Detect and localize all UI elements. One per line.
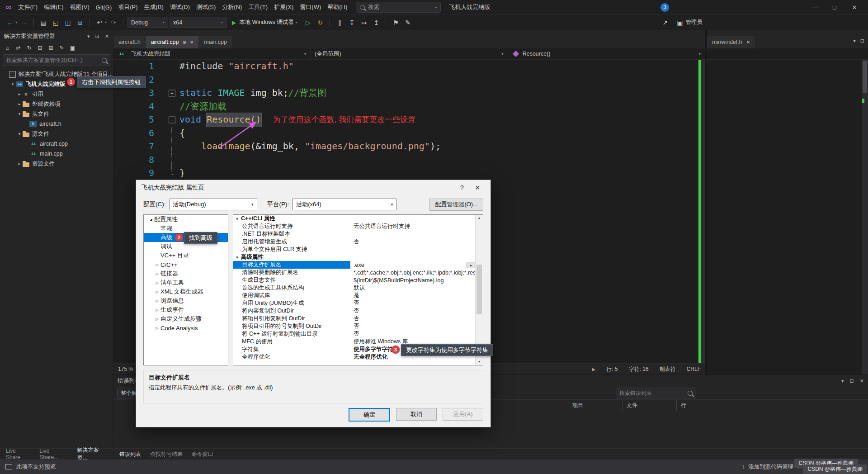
error-list-search-input[interactable]: 搜索错误列表 bbox=[616, 388, 696, 398]
admin-button[interactable]: ▣ 管理员 bbox=[677, 17, 703, 28]
close-button[interactable]: ✕ bbox=[844, 0, 864, 14]
ok-button[interactable]: 确定 bbox=[349, 408, 390, 422]
whitespace-indicator[interactable]: 制表符 bbox=[660, 365, 676, 373]
break-all-icon[interactable]: ∥ bbox=[334, 17, 345, 28]
cancel-button[interactable]: 取消 bbox=[396, 408, 437, 421]
breadcrumb-segment[interactable]: Resource()▾ bbox=[508, 48, 705, 59]
dock-tab[interactable]: Live Share... bbox=[35, 449, 72, 460]
property-group-header[interactable]: ▾C++/CLI 属性 bbox=[233, 215, 476, 223]
menu-item[interactable]: 测试(S) bbox=[193, 0, 219, 14]
fold-marker[interactable] bbox=[156, 86, 179, 100]
menu-item[interactable]: 视图(V) bbox=[67, 0, 93, 14]
back-icon[interactable]: ← bbox=[5, 17, 15, 28]
tree-item[interactable]: ▸≡引用 bbox=[0, 89, 113, 99]
help-button[interactable]: ? bbox=[454, 184, 470, 191]
minimize-button[interactable]: — bbox=[805, 0, 825, 14]
menu-item[interactable]: 帮助(H) bbox=[324, 0, 350, 14]
dialog-tree-item[interactable]: ▷浏览信息 bbox=[144, 296, 228, 305]
hot-reload-icon[interactable]: ↻ bbox=[315, 17, 326, 28]
tree-expander[interactable]: ▷ bbox=[154, 308, 160, 312]
property-row[interactable]: 将项目引用复制到 OutDir否 bbox=[233, 315, 476, 322]
property-row[interactable]: 生成日志文件$(IntDir)$(MSBuildProjectName).log bbox=[233, 276, 476, 284]
fold-marker[interactable] bbox=[156, 113, 179, 127]
notifications-badge[interactable]: 3 bbox=[660, 3, 669, 12]
configuration-select[interactable]: 活动(Debug) ▾ bbox=[170, 199, 257, 210]
tree-expander[interactable]: ▷ bbox=[154, 299, 160, 303]
editor-tab-minwindef[interactable]: minwindef.h ✕ bbox=[707, 36, 755, 48]
tree-expander[interactable]: ▷ bbox=[154, 263, 160, 267]
share-icon[interactable]: ↗ bbox=[660, 17, 670, 28]
dialog-tree-item[interactable]: ▷Code Analysis bbox=[144, 323, 228, 332]
dock-tab[interactable]: Live Share bbox=[2, 449, 34, 460]
dialog-tree-item[interactable]: ▷C/C++ bbox=[144, 260, 228, 269]
dialog-tree-item[interactable]: ▷生成事件 bbox=[144, 305, 228, 314]
pin-icon[interactable]: ⊕ bbox=[182, 40, 186, 45]
scroll-down-icon[interactable]: ▾ bbox=[476, 359, 483, 365]
column-indicator[interactable]: 字符: 16 bbox=[629, 365, 649, 373]
chevron-down-icon[interactable]: ▾ bbox=[853, 38, 856, 44]
menu-item[interactable]: 扩展(X) bbox=[271, 0, 297, 14]
tree-expander[interactable]: ▷ bbox=[154, 281, 160, 285]
tree-item[interactable]: ▸外部依赖项 bbox=[0, 99, 113, 109]
chevron-down-icon[interactable]: ▾ bbox=[841, 378, 844, 384]
scrollbar-thumb[interactable] bbox=[476, 265, 482, 314]
tree-item[interactable]: haircraft.h bbox=[0, 119, 113, 129]
configuration-manager-button[interactable]: 配置管理器(O)... bbox=[429, 199, 483, 211]
editor-tab[interactable]: main.cpp bbox=[199, 36, 232, 48]
preview-selected-icon[interactable]: ▣ bbox=[68, 43, 77, 52]
column-header[interactable]: 行 bbox=[676, 400, 734, 411]
property-row[interactable]: .NET 目标框架版本 bbox=[233, 230, 476, 238]
scrollbar-thumb[interactable] bbox=[863, 61, 867, 93]
forward-icon[interactable]: → bbox=[19, 17, 29, 28]
save-all-icon[interactable]: ⊞ bbox=[75, 17, 85, 28]
property-row[interactable]: 为单个文件启用 CLR 支持 bbox=[233, 246, 476, 253]
bookmark-icon[interactable]: ⚑ bbox=[390, 17, 401, 28]
tree-expander[interactable]: ◢ bbox=[147, 218, 154, 222]
menu-item[interactable]: 编辑(E) bbox=[41, 0, 66, 14]
switch-views-icon[interactable]: ⇄ bbox=[14, 43, 23, 52]
split-window-icon[interactable]: ⊡ bbox=[860, 38, 864, 44]
close-icon[interactable]: ✕ bbox=[860, 378, 864, 384]
property-row[interactable]: 将内容复制到 OutDir否 bbox=[233, 307, 476, 315]
dialog-tree-item[interactable]: VC++ 目录 bbox=[144, 251, 228, 260]
close-icon[interactable]: ✕ bbox=[190, 40, 193, 45]
properties-icon[interactable]: ✎ bbox=[57, 43, 66, 52]
property-group-header[interactable]: ▾高级属性 bbox=[233, 253, 476, 261]
editor-scrollbar[interactable] bbox=[698, 60, 705, 363]
menu-item[interactable]: 项目(P) bbox=[115, 0, 141, 14]
menu-item[interactable]: 窗口(W) bbox=[297, 0, 324, 14]
dock-tab[interactable]: 解决方案资... bbox=[73, 449, 111, 460]
menu-item[interactable]: 分析(N) bbox=[219, 0, 245, 14]
pin-icon[interactable]: ⊡ bbox=[95, 33, 99, 39]
search-input[interactable]: 搜索 ▾ bbox=[356, 2, 441, 13]
local-windows-debugger-button[interactable]: ▶本地 Windows 调试器▾ bbox=[228, 17, 301, 28]
dock-tab[interactable]: 错误列表 bbox=[115, 449, 145, 460]
dialog-tree-item[interactable]: ▷XML 文档生成器 bbox=[144, 287, 228, 296]
platform-select[interactable]: 活动(x64) ▾ bbox=[292, 199, 396, 210]
menu-item[interactable]: 文件(F) bbox=[15, 0, 41, 14]
tree-item[interactable]: ▾头文件 bbox=[0, 109, 113, 119]
property-row[interactable]: 启用托管增量生成否 bbox=[233, 238, 476, 246]
tree-expander[interactable]: ▾ bbox=[9, 82, 16, 86]
pin-icon[interactable]: ⊡ bbox=[850, 378, 854, 384]
tree-expander[interactable]: ▸ bbox=[16, 92, 23, 96]
undo-icon[interactable]: ↶ bbox=[94, 17, 105, 28]
menu-item[interactable]: 调试(D) bbox=[167, 0, 193, 14]
open-folder-icon[interactable]: ◱ bbox=[50, 17, 61, 28]
dialog-title-bar[interactable]: 飞机大战完结版 属性页 ? ✕ bbox=[136, 180, 491, 195]
editor-tab[interactable]: aircraft.cpp⊕✕ bbox=[146, 36, 199, 48]
tree-expander[interactable]: ▷ bbox=[154, 272, 160, 276]
scroll-up-icon[interactable]: ▴ bbox=[476, 215, 483, 221]
close-button[interactable]: ✕ bbox=[470, 184, 485, 191]
property-grid-scrollbar[interactable]: ▴▾ bbox=[475, 215, 483, 365]
tree-item[interactable]: ▾源文件 bbox=[0, 129, 113, 139]
property-row[interactable]: 首选的生成工具体系结构默认 bbox=[233, 284, 476, 292]
chevron-down-icon[interactable]: ▾ bbox=[87, 33, 90, 39]
refresh-icon[interactable]: ↻ bbox=[24, 43, 34, 52]
show-all-files-icon[interactable]: ⊞ bbox=[46, 43, 56, 52]
breadcrumb-segment[interactable]: (全局范围)▾ bbox=[311, 48, 508, 59]
collapse-all-icon[interactable]: ⊟ bbox=[35, 43, 45, 52]
dialog-tree-item[interactable]: ▷链接器 bbox=[144, 269, 228, 278]
close-icon[interactable]: ✕ bbox=[105, 33, 109, 39]
step-out-icon[interactable]: ↥ bbox=[371, 17, 382, 28]
